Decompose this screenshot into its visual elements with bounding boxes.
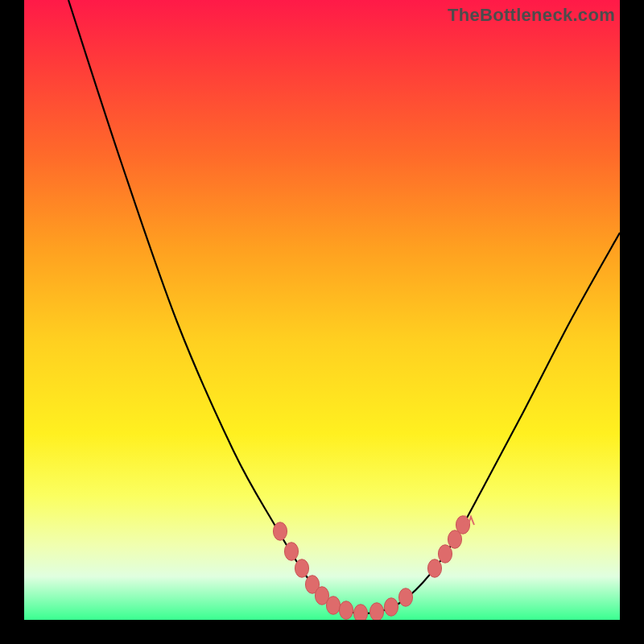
curve-marker (353, 605, 367, 620)
curve-marker (438, 545, 452, 564)
curve-marker (384, 598, 398, 617)
curve-marker (295, 559, 308, 578)
curve-marker (284, 543, 298, 561)
curve-marker (326, 597, 340, 615)
curve-markers (273, 516, 469, 620)
curve-marker (398, 588, 412, 607)
curve-marker (369, 603, 383, 620)
curve-marker (273, 522, 287, 541)
chart-frame: TheBottleneck.com (0, 0, 644, 644)
curve-marker (339, 601, 353, 620)
watermark-text: TheBottleneck.com (448, 5, 615, 26)
curve-marker (427, 559, 441, 578)
chart-plot-area (24, 0, 620, 620)
bottleneck-curve (68, 0, 620, 613)
chart-svg (24, 0, 620, 620)
